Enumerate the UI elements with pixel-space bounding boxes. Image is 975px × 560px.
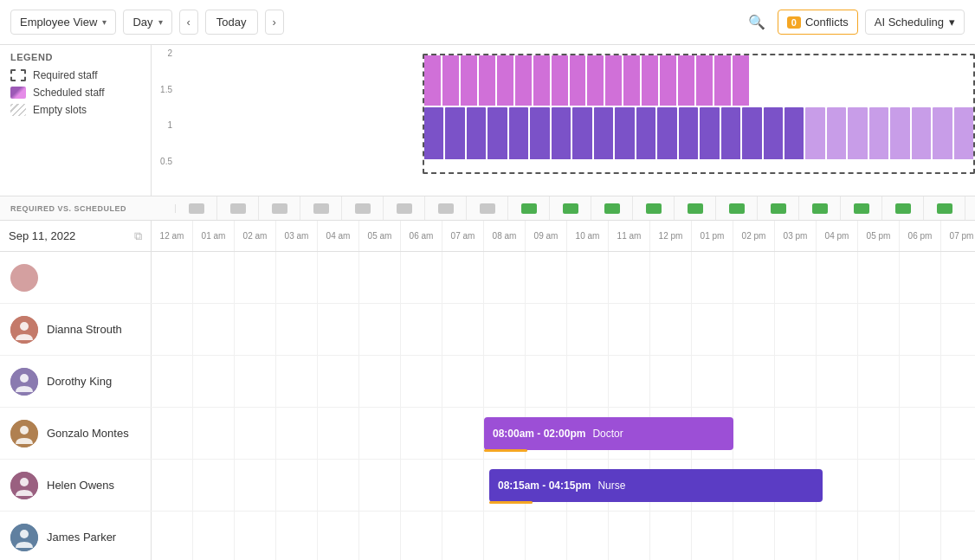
time-col-3: 03 am [276,221,318,251]
purple-bars-top [424,55,749,106]
bar-top-5 [497,55,513,106]
req-cell-2 [259,196,300,220]
employee-info-e0 [0,252,152,303]
employee-view-label: Employee View [20,16,97,29]
schedule-area-e0 [152,252,975,303]
grid-col-16 [817,252,858,303]
bar-bot-25 [933,107,952,159]
grid-col-19 [941,460,975,511]
grid-col-17 [858,512,900,560]
req-cell-13 [716,196,758,220]
employee-info-e5: James Parker [0,512,152,560]
bar-top-18 [733,55,749,106]
period-label: Day [132,16,152,29]
grid-col-14 [733,304,775,355]
bar-bot-8 [572,107,591,159]
grid-col-18 [900,408,941,459]
grid-col-3 [276,356,318,407]
y-label-2: 2 [152,48,176,58]
today-button[interactable]: Today [205,10,258,35]
ai-scheduling-button[interactable]: AI Scheduling ▾ [865,10,965,35]
ai-label: AI Scheduling [875,16,944,29]
legend-panel: LEGEND Required staff Scheduled staff Em… [0,45,152,196]
conflicts-button[interactable]: 0 Conflicts [778,10,858,35]
grid-col-17 [858,356,900,407]
grid-col-9 [526,356,567,407]
req-cell-0 [176,196,217,220]
req-dot-17 [895,203,911,214]
bar-bot-3 [467,107,486,159]
employee-view-dropdown[interactable]: Employee View ▾ [10,10,116,35]
grid-col-4 [318,252,359,303]
grid-col-6 [401,460,442,511]
grid-col-2 [235,408,276,459]
app-header: Employee View ▾ Day ▾ ‹ Today › 🔍 0 Conf… [0,0,975,45]
grid-col-14 [733,252,775,303]
legend-empty: Empty slots [10,104,140,116]
grid-col-19 [941,408,975,459]
req-cell-11 [633,196,675,220]
grid-col-13 [692,512,733,560]
grid-col-17 [858,460,900,511]
bar-top-17 [714,55,731,106]
bar-bot-23 [890,107,909,159]
time-col-17: 05 pm [858,221,900,251]
date-cell: Sep 11, 2022 ⧉ [0,221,152,251]
period-dropdown[interactable]: Day ▾ [123,10,171,35]
required-icon [10,69,26,81]
svg-point-5 [20,426,29,434]
scheduled-label: Scheduled staff [33,87,105,99]
grid-col-7 [442,356,484,407]
grid-col-3 [276,304,318,355]
grid-col-15 [775,408,817,459]
grid-col-8 [484,252,526,303]
grid-col-18 [900,512,941,560]
grid-col-11 [609,252,650,303]
bar-bot-18 [785,107,804,159]
time-col-5: 05 am [359,221,401,251]
grid-col-18 [900,356,941,407]
grid-col-3 [276,408,318,459]
grid-col-16 [817,512,858,560]
req-cell-4 [342,196,384,220]
req-dot-1 [230,203,246,214]
bar-bot-14 [700,107,719,159]
req-dot-10 [604,203,620,214]
grid-col-5 [359,252,401,303]
shift-block-e3[interactable]: 08:00am - 02:00pmDoctor [484,417,733,450]
shift-time-e4: 08:15am - 04:15pm [498,480,591,492]
grid-col-15 [775,356,817,407]
grid-col-5 [359,356,401,407]
grid-col-4 [318,356,359,407]
grid-col-10 [567,356,609,407]
grid-col-5 [359,512,401,560]
grid-col-11 [609,512,650,560]
grid-col-11 [609,356,650,407]
time-col-7: 07 am [442,221,484,251]
shift-block-e4[interactable]: 08:15am - 04:15pmNurse [489,469,823,502]
bar-bot-16 [742,107,761,159]
req-cell-18 [924,196,965,220]
ai-chevron: ▾ [949,16,955,29]
legend-title: LEGEND [10,52,140,62]
req-dot-0 [189,203,204,214]
grid-col-0 [152,304,193,355]
grid-col-5 [359,408,401,459]
grid-col-1 [193,252,235,303]
grid-col-2 [235,304,276,355]
req-vs-sched-label: REQUIRED VS. SCHEDULED [0,204,176,213]
grid-col-14 [733,356,775,407]
grid-col-0 [152,356,193,407]
prev-button[interactable]: ‹ [179,10,198,35]
req-cell-19 [965,196,975,220]
bar-bot-13 [679,107,698,159]
search-button[interactable]: 🔍 [743,9,771,35]
next-button[interactable]: › [265,10,284,35]
schedule-area-e3: 08:00am - 02:00pmDoctor [152,408,975,459]
copy-icon[interactable]: ⧉ [134,229,142,243]
employee-info-e2: Dorothy King [0,356,152,407]
grid-col-18 [900,304,941,355]
req-dot-5 [397,203,412,214]
required-label: Required staff [33,69,98,81]
time-col-9: 09 am [526,221,567,251]
